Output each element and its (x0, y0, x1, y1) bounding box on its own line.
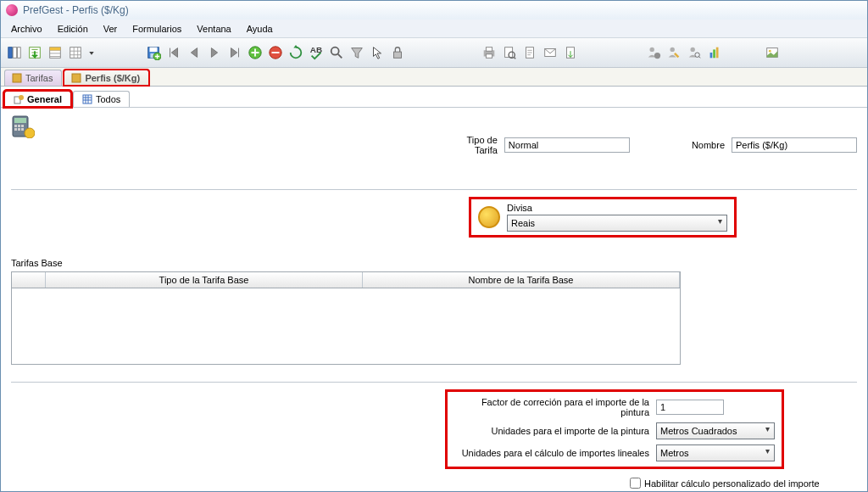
nav-next-icon[interactable] (204, 42, 225, 63)
tab-perfis-label: Perfis ($/Kg) (85, 73, 140, 83)
divisa-select[interactable]: Reais (507, 215, 727, 232)
unid-lineal-label: Unidades para el cálculo de importes lin… (454, 448, 649, 458)
nombre-input[interactable] (732, 137, 857, 153)
tipo-tarifa-label: Tipo de Tarifa (452, 135, 498, 155)
nav-prev-icon[interactable] (184, 42, 204, 63)
menu-archivo[interactable]: Archivo (4, 21, 49, 36)
toolbar-dropdown-icon[interactable] (86, 42, 97, 63)
coin-icon (478, 206, 500, 228)
title-bar: PrefGest - Perfis ($/Kg) (1, 1, 867, 20)
svg-rect-44 (14, 128, 17, 131)
subtab-general-label: General (27, 94, 62, 104)
menu-ayuda[interactable]: Ayuda (240, 21, 280, 36)
svg-rect-18 (486, 54, 492, 59)
svg-rect-34 (13, 74, 21, 82)
svg-rect-1 (13, 48, 17, 59)
svg-point-26 (670, 48, 675, 52)
view-list-icon[interactable] (45, 42, 65, 63)
factor-label: Factor de correción para el importe de l… (454, 397, 649, 417)
svg-point-14 (331, 48, 339, 55)
tarifas-base-label: Tarifas Base (11, 258, 857, 268)
nombre-label: Nombre (692, 140, 725, 150)
row-divisa: Divisa Reais (469, 197, 857, 238)
spellcheck-icon[interactable]: AB (306, 42, 326, 63)
subtab-general[interactable]: General (4, 91, 71, 107)
filter-icon[interactable] (347, 42, 367, 63)
unid-pintura-select[interactable]: Metros Cuadrados (656, 422, 775, 439)
svg-point-25 (654, 53, 660, 59)
user-gear-icon[interactable] (643, 42, 664, 63)
toolbar-group-view (4, 42, 97, 63)
main-tabs: Tarifas Perfis ($/Kg) (1, 68, 867, 87)
export-doc-icon[interactable] (560, 42, 581, 63)
printer-icon[interactable] (479, 42, 499, 63)
subtab-todos[interactable]: Todos (73, 91, 130, 107)
svg-rect-30 (713, 49, 715, 58)
factor-input[interactable] (656, 400, 724, 415)
table-header-tipo: Tipo de la Tarifa Base (46, 272, 363, 288)
svg-rect-41 (14, 125, 17, 127)
svg-rect-38 (83, 95, 92, 103)
toolbar: AB (1, 38, 867, 68)
menu-formularios[interactable]: Formularios (125, 21, 188, 36)
user-search-icon[interactable] (684, 42, 704, 63)
user-edit-icon[interactable] (664, 42, 684, 63)
search-icon[interactable] (326, 42, 347, 63)
menu-ventana[interactable]: Ventana (190, 21, 237, 36)
form-area: Tipo de Tarifa Nombre Divisa Reais Tarif… (1, 107, 867, 492)
menu-edicion[interactable]: Edición (51, 21, 95, 36)
stats-icon[interactable] (704, 42, 725, 63)
svg-rect-0 (8, 48, 13, 59)
svg-rect-2 (18, 48, 21, 59)
app-icon (6, 4, 18, 16)
svg-rect-17 (486, 48, 492, 52)
habilitar-label: Habilitar cálculo personalizado del impo… (644, 478, 820, 489)
highlighted-form-box: Factor de correción para el importe de l… (445, 389, 784, 469)
add-icon[interactable] (245, 42, 265, 63)
table-header-nombre: Nombre de la Tarifa Base (363, 272, 680, 288)
view-grid-icon[interactable] (65, 42, 86, 63)
svg-rect-40 (14, 118, 26, 123)
row-tipo-nombre: Tipo de Tarifa Nombre (11, 135, 857, 155)
svg-rect-29 (710, 53, 713, 58)
tab-tarifas[interactable]: Tarifas (4, 70, 62, 86)
svg-rect-45 (18, 128, 20, 131)
divisa-label: Divisa (507, 203, 727, 213)
svg-rect-43 (21, 125, 24, 127)
svg-rect-5 (50, 48, 61, 51)
svg-rect-46 (21, 128, 24, 131)
row-habilitar: Habilitar cálculo personalizado del impo… (630, 478, 820, 489)
subtab-todos-label: Todos (96, 94, 120, 104)
nav-first-icon[interactable] (164, 42, 184, 63)
menu-ver[interactable]: Ver (97, 21, 125, 36)
view-columns-icon[interactable] (4, 42, 25, 63)
refresh-icon[interactable] (286, 42, 306, 63)
nav-last-icon[interactable] (225, 42, 245, 63)
window-title: PrefGest - Perfis ($/Kg) (23, 4, 129, 16)
svg-rect-15 (394, 52, 402, 58)
unid-lineal-select[interactable]: Metros (656, 444, 775, 461)
toolbar-group-user (643, 42, 725, 63)
svg-point-33 (769, 50, 771, 53)
view-export-icon[interactable] (25, 42, 45, 63)
toolbar-group-nav: AB (143, 42, 408, 63)
unid-pintura-label: Unidades para el importe de la pintura (454, 426, 649, 436)
svg-point-37 (19, 95, 24, 100)
tab-perfis[interactable]: Perfis ($/Kg) (64, 70, 149, 86)
image-icon[interactable] (762, 42, 782, 63)
svg-point-24 (650, 48, 654, 52)
lock-icon[interactable] (387, 42, 408, 63)
document-icon[interactable] (520, 42, 540, 63)
delete-icon[interactable] (265, 42, 286, 63)
save-icon[interactable] (143, 42, 164, 63)
mail-icon[interactable] (540, 42, 560, 63)
svg-point-47 (25, 128, 35, 138)
tarifas-base-table[interactable]: Tipo de la Tarifa Base Nombre de la Tari… (11, 271, 681, 365)
preview-icon[interactable] (499, 42, 520, 63)
habilitar-checkbox[interactable] (630, 478, 641, 489)
cursor-icon[interactable] (367, 42, 387, 63)
tipo-tarifa-input[interactable] (504, 137, 630, 153)
calculator-icon[interactable] (11, 115, 35, 138)
toolbar-group-print (479, 42, 581, 63)
svg-point-27 (691, 48, 695, 52)
